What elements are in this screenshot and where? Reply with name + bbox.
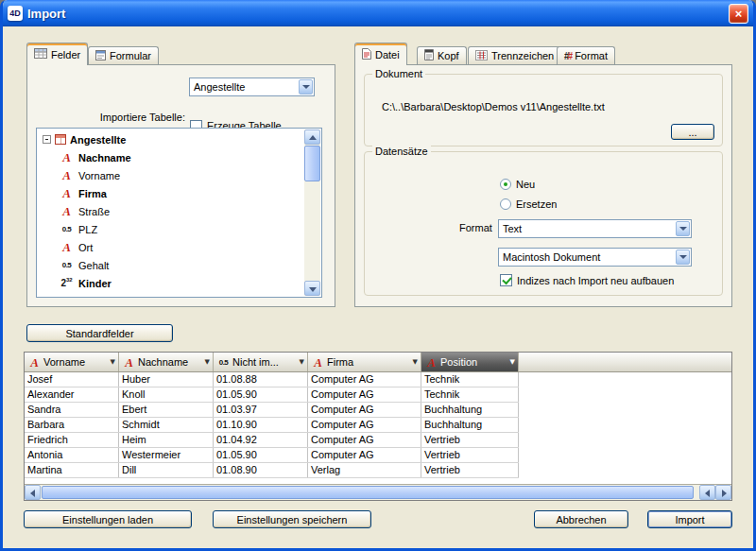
horizontal-scrollbar[interactable] [25, 484, 731, 500]
form-icon [95, 50, 106, 62]
button-label: Standardfelder [65, 328, 133, 339]
browse-button[interactable]: ... [671, 124, 714, 140]
dialog-body: Felder Formular Importiere Tabelle: Erze… [3, 26, 753, 548]
tab-kopf[interactable]: Kopf [417, 46, 467, 64]
cell: Heim [119, 433, 214, 447]
tree-item-ort[interactable]: Ort [37, 238, 321, 256]
tree-root-label: Angestellte [70, 134, 126, 146]
scroll-up-icon[interactable] [304, 129, 320, 145]
alpha-field-icon [27, 356, 42, 369]
cell: Vertrieb [421, 433, 519, 447]
import-dialog: 4D Import × Felder Formular Importiere T… [0, 0, 756, 551]
column-dropdown-icon[interactable]: ▼ [300, 358, 304, 366]
chevron-down-icon[interactable] [299, 79, 313, 95]
tree-item-kinder[interactable]: Kinder [37, 274, 321, 292]
alpha-field-icon [60, 187, 74, 199]
format-combobox[interactable]: Text [498, 219, 692, 238]
cell: 01.05.90 [214, 448, 308, 462]
alpha-field-icon [60, 151, 74, 164]
button-label: Einstellungen speichern [237, 514, 348, 525]
tree-item-label: Vorname [78, 170, 120, 181]
preview-row[interactable]: AlexanderKnoll01.05.90Computer AGTechnik [25, 387, 519, 403]
cell: Friedrich [25, 433, 119, 447]
alpha-field-icon [311, 356, 325, 369]
import-table-combobox[interactable]: Angestellte [189, 77, 315, 96]
tree-item-firma[interactable]: Firma [37, 184, 321, 202]
scroll-left-icon[interactable] [699, 485, 715, 500]
tab-datei[interactable]: Datei [354, 43, 407, 65]
tree-item-gehalt[interactable]: Gehalt [37, 256, 321, 274]
scroll-down-icon[interactable] [304, 281, 320, 296]
tree-scrollbar[interactable] [304, 129, 320, 296]
close-button[interactable]: × [729, 4, 748, 24]
tree-item-label: Nachname [78, 152, 131, 164]
number-field-icon [216, 358, 231, 367]
tree-item-position[interactable]: Position [37, 292, 321, 298]
preview-row[interactable]: FriedrichHeim01.04.92Computer AGVertrieb [25, 433, 519, 448]
tree-item-strasse[interactable]: Straße [37, 202, 321, 220]
scroll-left-icon[interactable] [25, 485, 41, 500]
column-dropdown-icon[interactable]: ▼ [413, 358, 418, 366]
tab-format[interactable]: ## Format [557, 46, 615, 64]
radio-ersetzen-label: Ersetzen [516, 198, 557, 210]
radio-ersetzen[interactable] [500, 198, 511, 210]
cell: Ebert [119, 403, 214, 417]
standardfelder-button[interactable]: Standardfelder [26, 324, 173, 342]
app-icon-4d: 4D [8, 6, 23, 21]
tree-item-vorname[interactable]: Vorname [37, 166, 321, 184]
cell: Technik [421, 387, 519, 402]
scrollbar-thumb[interactable] [42, 486, 694, 499]
preview-row[interactable]: SandraEbert01.03.97Computer AGBuchhaltun… [25, 403, 519, 418]
table-icon [55, 134, 66, 145]
cell: Buchhaltung [421, 418, 519, 432]
button-label: Abbrechen [556, 514, 606, 525]
tree-item-nachname[interactable]: Nachname [37, 148, 321, 166]
chevron-down-icon[interactable] [676, 221, 690, 236]
load-settings-button[interactable]: Einstellungen laden [24, 510, 192, 528]
preview-row[interactable]: MartinaDill01.08.90VerlagVertrieb [25, 463, 519, 478]
cell: 01.08.90 [214, 463, 308, 477]
tab-trennzeichen[interactable]: Trennzeichen [468, 46, 561, 64]
app-badge: 4D [9, 9, 21, 18]
scroll-right-icon[interactable] [715, 485, 731, 500]
preview-rows: JosefHuber01.08.88Computer AGTechnik Ale… [25, 372, 519, 478]
collapse-icon[interactable] [43, 135, 51, 144]
close-icon: × [735, 7, 743, 21]
cell: Westermeier [119, 448, 214, 462]
preview-row[interactable]: AntoniaWestermeier01.05.90Computer AGVer… [25, 448, 519, 463]
cancel-button[interactable]: Abbrechen [534, 510, 628, 528]
tab-label: Trennzeichen [491, 50, 554, 61]
rebuild-indexes-checkbox[interactable] [500, 274, 512, 286]
cell: Buchhaltung [421, 403, 519, 417]
tree-item-plz[interactable]: PLZ [37, 220, 321, 238]
header-doc-icon [424, 49, 434, 62]
column-header-firma[interactable]: Firma▼ [308, 353, 421, 371]
chevron-down-icon[interactable] [676, 250, 690, 265]
button-label: Einstellungen laden [62, 514, 153, 525]
column-header-nachname[interactable]: Nachname▼ [119, 353, 214, 371]
preview-row[interactable]: BarbaraSchmidt01.10.90Computer AGBuchhal… [25, 418, 519, 433]
preview-row[interactable]: JosefHuber01.08.88Computer AGTechnik [25, 372, 519, 387]
cell: Huber [119, 372, 214, 387]
cell: 01.08.88 [214, 372, 308, 387]
column-label: Nicht im... [232, 356, 279, 368]
tree-root-angestellte[interactable]: Angestellte [37, 130, 321, 148]
save-settings-button[interactable]: Einstellungen speichern [213, 510, 371, 528]
import-button[interactable]: Import [647, 510, 732, 528]
cell: Computer AG [308, 387, 421, 402]
column-header-nicht-importieren[interactable]: Nicht im...▼ [214, 353, 308, 371]
column-dropdown-icon[interactable]: ▼ [510, 358, 515, 366]
radio-neu[interactable] [500, 179, 511, 190]
encoding-combobox[interactable]: Macintosh Dokument [498, 248, 692, 267]
scrollbar-thumb[interactable] [304, 146, 320, 181]
column-header-vorname[interactable]: Vorname▼ [25, 353, 119, 371]
tab-felder[interactable]: Felder [26, 43, 88, 65]
tab-formular[interactable]: Formular [88, 46, 159, 64]
cell: Verlag [308, 463, 421, 477]
title-bar[interactable]: 4D Import × [3, 0, 753, 26]
column-dropdown-icon[interactable]: ▼ [111, 358, 115, 366]
encoding-value: Macintosh Dokument [503, 251, 600, 263]
tree-item-label: PLZ [78, 224, 97, 235]
column-header-position[interactable]: Position▼ [421, 353, 519, 371]
column-dropdown-icon[interactable]: ▼ [205, 358, 210, 366]
